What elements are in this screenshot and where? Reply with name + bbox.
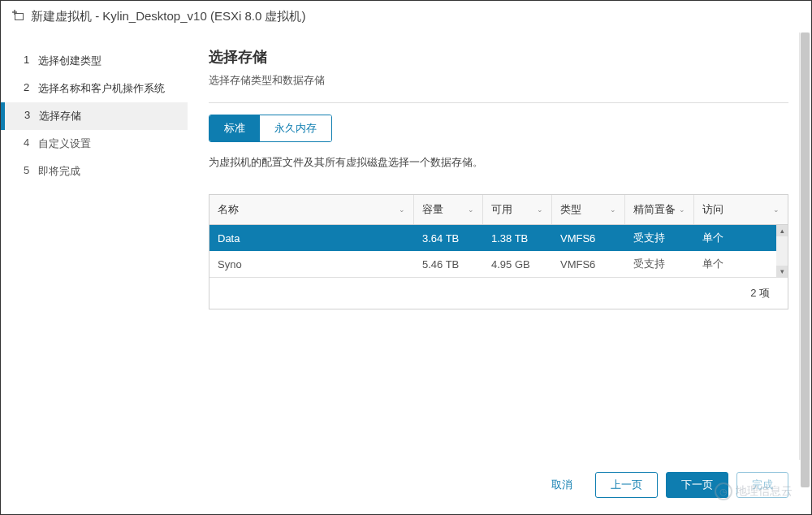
sort-icon: ⌄ xyxy=(468,206,474,214)
table-header: 名称⌄ 容量⌄ 可用⌄ 类型⌄ 精简置备⌄ 访问⌄ xyxy=(209,195,788,225)
sort-icon: ⌄ xyxy=(537,206,543,214)
step-label: 自定义设置 xyxy=(38,136,91,151)
finish-button: 完成 xyxy=(736,472,788,498)
page-subtitle: 选择存储类型和数据存储 xyxy=(209,73,788,88)
step-number: 3 xyxy=(24,109,39,123)
table-scrollbar[interactable]: ▴ ▾ xyxy=(776,225,788,277)
sort-icon: ⌄ xyxy=(399,206,405,214)
storage-type-tabs: 标准 永久内存 xyxy=(209,115,332,142)
wizard-step-3[interactable]: 3 选择存储 xyxy=(1,102,188,130)
cell-name: Syno xyxy=(209,253,414,276)
table-body: Data 3.64 TB 1.38 TB VMFS6 受支持 单个 Syno 5… xyxy=(209,225,788,277)
dialog-footer: 取消 上一页 下一页 完成 xyxy=(1,460,811,514)
wizard-step-2[interactable]: 2 选择名称和客户机操作系统 xyxy=(1,75,188,102)
wizard-step-4: 4 自定义设置 xyxy=(1,130,188,158)
tab-pmem[interactable]: 永久内存 xyxy=(260,115,331,141)
cell-thin: 受支持 xyxy=(625,225,694,251)
column-thin[interactable]: 精简置备⌄ xyxy=(625,195,694,224)
scroll-down-icon[interactable]: ▾ xyxy=(776,266,788,277)
storage-hint: 为虚拟机的配置文件及其所有虚拟磁盘选择一个数据存储。 xyxy=(209,155,788,170)
table-row[interactable]: Data 3.64 TB 1.38 TB VMFS6 受支持 单个 xyxy=(209,225,776,251)
step-number: 5 xyxy=(24,164,38,179)
cell-capacity: 5.46 TB xyxy=(414,253,483,276)
step-label: 即将完成 xyxy=(38,164,80,179)
cell-capacity: 3.64 TB xyxy=(414,227,483,250)
cell-available: 4.95 GB xyxy=(483,253,552,276)
svg-rect-0 xyxy=(15,14,24,20)
column-access[interactable]: 访问⌄ xyxy=(694,195,788,224)
cell-available: 1.38 TB xyxy=(483,227,552,250)
dialog-body: 1 选择创建类型 2 选择名称和客户机操作系统 3 选择存储 4 自定义设置 5… xyxy=(1,32,811,460)
main-content: 选择存储 选择存储类型和数据存储 标准 永久内存 为虚拟机的配置文件及其所有虚拟… xyxy=(188,32,811,460)
cancel-button[interactable]: 取消 xyxy=(537,473,587,497)
step-label: 选择名称和客户机操作系统 xyxy=(38,81,165,96)
cell-access: 单个 xyxy=(694,251,776,277)
step-label: 选择创建类型 xyxy=(38,54,102,68)
datastore-table: 名称⌄ 容量⌄ 可用⌄ 类型⌄ 精简置备⌄ 访问⌄ Data 3.64 TB 1… xyxy=(209,194,788,309)
step-number: 4 xyxy=(24,136,38,151)
cell-access: 单个 xyxy=(694,225,776,251)
table-row[interactable]: Syno 5.46 TB 4.95 GB VMFS6 受支持 单个 xyxy=(209,251,776,277)
row-count: 2 项 xyxy=(750,286,770,301)
column-available[interactable]: 可用⌄ xyxy=(483,195,552,224)
dialog-header: 新建虚拟机 - Kylin_Desktop_v10 (ESXi 8.0 虚拟机) xyxy=(1,1,811,32)
wizard-steps: 1 选择创建类型 2 选择名称和客户机操作系统 3 选择存储 4 自定义设置 5… xyxy=(1,32,188,460)
dialog-window: 新建虚拟机 - Kylin_Desktop_v10 (ESXi 8.0 虚拟机)… xyxy=(0,0,812,515)
scroll-up-icon[interactable]: ▴ xyxy=(776,225,788,236)
scrollbar-thumb[interactable] xyxy=(801,32,810,487)
column-capacity[interactable]: 容量⌄ xyxy=(414,195,483,224)
tab-standard[interactable]: 标准 xyxy=(209,115,260,141)
sort-icon: ⌄ xyxy=(679,206,685,214)
cell-type: VMFS6 xyxy=(552,227,625,250)
cell-name: Data xyxy=(209,227,414,250)
next-button[interactable]: 下一页 xyxy=(666,472,728,498)
wizard-step-1[interactable]: 1 选择创建类型 xyxy=(1,47,188,75)
wizard-step-5: 5 即将完成 xyxy=(1,158,188,185)
step-label: 选择存储 xyxy=(39,109,81,123)
new-vm-icon xyxy=(12,10,24,24)
step-number: 2 xyxy=(24,81,38,96)
sort-icon: ⌄ xyxy=(610,206,616,214)
table-footer: 2 项 xyxy=(209,277,788,309)
cell-type: VMFS6 xyxy=(552,253,625,276)
column-name[interactable]: 名称⌄ xyxy=(209,195,414,224)
back-button[interactable]: 上一页 xyxy=(595,472,658,498)
sort-icon: ⌄ xyxy=(773,206,780,214)
dialog-title: 新建虚拟机 - Kylin_Desktop_v10 (ESXi 8.0 虚拟机) xyxy=(31,9,305,24)
page-title: 选择存储 xyxy=(209,47,788,67)
column-type[interactable]: 类型⌄ xyxy=(552,195,625,224)
step-number: 1 xyxy=(24,54,38,68)
cell-thin: 受支持 xyxy=(625,251,694,277)
dialog-scrollbar[interactable] xyxy=(799,32,810,460)
divider xyxy=(209,102,788,103)
